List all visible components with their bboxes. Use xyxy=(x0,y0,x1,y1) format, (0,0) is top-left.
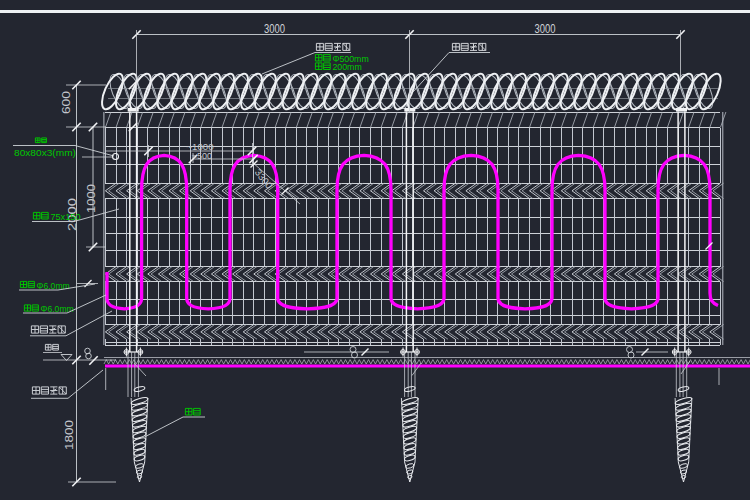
svg-text:1000: 1000 xyxy=(85,184,97,213)
svg-text:3000: 3000 xyxy=(264,22,285,36)
svg-text:1800: 1800 xyxy=(63,420,75,450)
svg-text:200mm: 200mm xyxy=(332,62,361,72)
svg-text:75x150: 75x150 xyxy=(50,212,80,222)
svg-text:≈500: ≈500 xyxy=(192,151,212,161)
svg-text:3000: 3000 xyxy=(535,22,556,36)
svg-text:80x80x3(mm): 80x80x3(mm) xyxy=(14,147,76,158)
svg-text:600: 600 xyxy=(60,91,72,114)
